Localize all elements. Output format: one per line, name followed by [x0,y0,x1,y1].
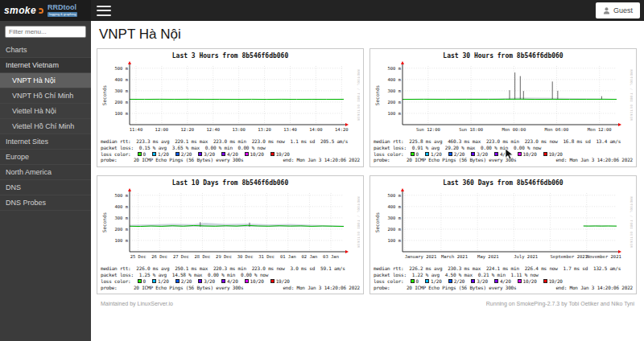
loss-color-swatch [425,279,429,283]
loss-color-swatch [448,279,452,283]
svg-text:300 m: 300 m [114,216,128,220]
svg-text:500 m: 500 m [387,193,401,198]
loss-color-swatch [494,152,498,156]
sidebar-item-viettel-hà-nội[interactable]: Viettel Hà Nội [0,104,91,119]
smokeping-logo[interactable]: smoke [4,5,43,16]
svg-text:200 m: 200 m [387,100,401,105]
svg-text:Seconds: Seconds [374,84,380,105]
loss-color-label: 4/20 [500,151,511,158]
loss-color-swatch [245,279,249,283]
loss-legend: loss color:01/202/203/204/2010/2019/20 [374,151,633,158]
latency-graph-10-days[interactable]: 500 m400 m300 m200 m100 m25 Dec26 Dec27 … [101,187,360,265]
rrdtool-logo-text: RRDtool [47,4,77,11]
loss-color-swatch [543,152,547,156]
svg-text:July 2021: July 2021 [514,254,538,260]
loss-color-label: 1/20 [431,278,442,285]
rrdtool-logo[interactable]: RRDtool logging & graphing [47,4,77,17]
svg-text:300 m: 300 m [387,88,401,93]
loss-color-swatch [198,279,202,283]
svg-text:13:40: 13:40 [283,127,297,132]
loss-color-label: 19/20 [276,151,290,158]
loss-color-swatch [221,152,225,156]
end-timestamp: end: Mon Jan 3 14:20:06 2022 [283,285,360,291]
loss-color-swatch [138,279,142,283]
loss-color-swatch [471,279,475,283]
sidebar-item-north-america[interactable]: North America [0,165,91,180]
svg-text:30 Dec: 30 Dec [237,254,254,259]
chart-panel-3-hours: Last 3 Hours from 8b546f6db060 500 m400 … [97,48,364,167]
sidebar-item-internet-vietnam[interactable]: Internet Vietnam [0,58,91,73]
svg-text:31 Dec: 31 Dec [258,254,275,259]
chart-title: Last 360 Days from 8b546f6db060 [374,179,633,187]
loss-color-label: 4/20 [227,151,238,158]
loss-color-label: 4/20 [227,278,238,285]
loss-color-label: 19/20 [549,151,563,158]
latency-graph-3-hours[interactable]: 500 m400 m300 m200 m100 m11:4012:0012:20… [101,60,360,138]
svg-text:25 Dec: 25 Dec [130,254,147,259]
svg-text:RRDTOOL / TOBI OETIKER: RRDTOOL / TOBI OETIKER [357,70,360,121]
user-menu[interactable]: Guest [596,2,640,18]
menu-toggle-button[interactable] [97,6,111,16]
loss-color-swatch [448,152,452,156]
end-timestamp: end: Mon Jan 3 14:20:06 2022 [555,157,633,163]
menu-filter-input[interactable] [5,26,86,38]
loss-color-label: 3/20 [204,151,215,158]
sidebar-item-vnpt-hà-nội[interactable]: VNPT Hà Nội [0,73,91,88]
loss-color-label: 19/20 [549,278,563,285]
svg-text:100 m: 100 m [114,111,128,116]
loss-color-swatch [543,279,547,283]
probe-stats: probe: 20 ICMP Echo Pings (56 Bytes) eve… [374,285,516,291]
loss-color-label: 0 [143,278,146,285]
sidebar-item-europe[interactable]: Europe [0,150,91,165]
svg-text:27 Dec: 27 Dec [173,254,189,259]
svg-text:400 m: 400 m [387,77,401,82]
svg-text:14:00: 14:00 [309,127,323,132]
loss-color-label: 4/20 [500,278,511,285]
svg-text:Seconds: Seconds [101,84,107,105]
probe-row: probe: 20 ICMP Echo Pings (56 Bytes) eve… [101,285,360,291]
chart-panel-360-days: Last 360 Days from 8b546f6db060 500 m400… [369,175,637,294]
loss-color-swatch [175,152,180,156]
svg-text:100 m: 100 m [114,238,128,243]
svg-text:13:20: 13:20 [258,127,271,132]
svg-text:12:00: 12:00 [155,127,169,132]
packet-loss-stats: packet loss: 1.25 % avg 14.58 % max 0.00… [101,272,360,278]
packet-loss-stats: packet loss: 0.15 % avg 3.65 % max 0.00 … [101,145,360,151]
sidebar-item-dns[interactable]: DNS [0,180,91,195]
user-icon [603,6,610,14]
packet-loss-stats: packet loss: 0.91 % avg 29.20 % max 0.00… [374,145,633,151]
loss-legend: loss color:01/202/203/204/2010/2019/20 [101,151,360,158]
svg-text:200 m: 200 m [114,227,128,232]
svg-text:100 m: 100 m [387,111,401,116]
latency-graph-30-hours[interactable]: 500 m400 m300 m200 m100 mSun 12:00Sun 18… [374,60,633,138]
sidebar-item-vnpt-hồ-chí-minh[interactable]: VNPT Hồ Chí Minh [0,88,91,104]
svg-text:13:00: 13:00 [232,127,246,132]
loss-color-label: 3/20 [477,278,488,285]
footer-credits: Running on SmokePing-2.7.3 by Tobi Oetik… [486,301,634,306]
svg-text:26 Dec: 26 Dec [151,254,167,259]
svg-text:12:20: 12:20 [181,127,195,132]
loss-color-label: 0 [143,151,146,158]
loss-color-swatch [411,279,415,283]
chart-panel-10-days: Last 10 Days from 8b546f6db060 500 m400 … [97,175,364,294]
sidebar-item-viettel-hồ-chí-minh[interactable]: Viettel Hồ Chí Minh [0,119,91,134]
svg-text:14:20: 14:20 [335,127,349,132]
loss-color-label: 2/20 [454,151,465,158]
loss-color-swatch [425,152,429,156]
probe-row: probe: 20 ICMP Echo Pings (56 Bytes) eve… [374,285,633,291]
svg-text:400 m: 400 m [114,204,128,209]
svg-text:500 m: 500 m [114,66,128,71]
median-stats: median rtt: 225.8 ms avg 460.3 ms max 22… [374,138,633,145]
latency-graph-360-days[interactable]: 500 m400 m300 m200 m100 mJanuary 2021Mar… [374,187,633,265]
sidebar-item-charts[interactable]: Charts [0,43,91,58]
sidebar-item-internet-sites[interactable]: Internet Sites [0,134,91,150]
packet-loss-stats: packet loss: 1.22 % avg 4.50 % max 0.21 … [374,272,633,278]
svg-text:200 m: 200 m [387,227,401,232]
footer-maintainer: Maintained by LinuxServer.io [101,301,173,306]
loss-color-swatch [270,279,275,283]
loss-color-label: 3/20 [477,151,488,158]
loss-color-label: 10/20 [250,151,264,158]
loss-color-swatch [152,279,156,283]
sidebar-item-dns-probes[interactable]: DNS Probes [0,195,91,211]
svg-text:January 2021: January 2021 [405,254,437,260]
